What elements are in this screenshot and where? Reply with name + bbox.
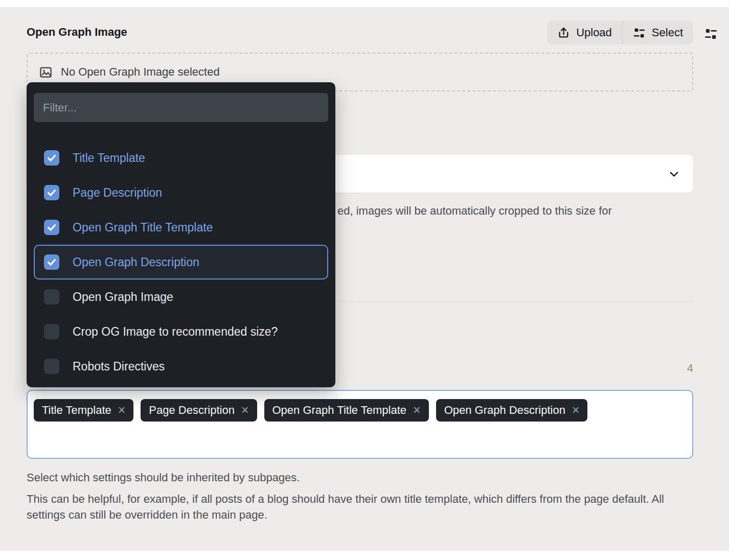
- settings-dropdown: Title TemplatePage DescriptionOpen Graph…: [27, 82, 335, 387]
- dropdown-option-label: Open Graph Image: [73, 290, 173, 304]
- dropdown-option[interactable]: Crop OG Image to recommended size?: [34, 314, 328, 349]
- og-image-actions: Upload Select: [547, 21, 693, 44]
- tag-remove-icon[interactable]: ×: [241, 404, 249, 416]
- help-paragraph: Select which settings should be inherite…: [27, 470, 691, 485]
- tag-label: Title Template: [42, 404, 111, 417]
- checkbox-checked-icon[interactable]: [44, 254, 59, 270]
- tag-pill: Title Template×: [34, 399, 133, 422]
- dropdown-option[interactable]: Page Description: [34, 175, 328, 210]
- help-paragraph: This can be helpful, for example, if all…: [27, 491, 691, 523]
- dropdown-option-label: Open Graph Description: [73, 255, 199, 269]
- dropdown-option[interactable]: Open Graph Image: [34, 279, 328, 314]
- inherit-help-text: Select which settings should be inherite…: [27, 470, 691, 523]
- image-icon: [39, 65, 53, 79]
- checkbox-unchecked-icon[interactable]: [44, 289, 59, 305]
- settings-page: Open Graph Image Upload Select: [0, 0, 729, 560]
- dropdown-options: Title TemplatePage DescriptionOpen Graph…: [27, 141, 335, 384]
- field-checklist-icon[interactable]: [704, 27, 718, 41]
- crop-help-text-partial: ed, images will be automatically cropped…: [337, 204, 695, 218]
- select-button-label: Select: [652, 26, 683, 39]
- upload-icon: [557, 27, 570, 39]
- tag-label: Open Graph Description: [444, 404, 565, 417]
- dropdown-option-label: Open Graph Title Template: [73, 221, 213, 235]
- dropdown-option[interactable]: Title Template: [34, 141, 328, 175]
- checkbox-unchecked-icon[interactable]: [44, 359, 59, 374]
- checklist-icon: [633, 27, 646, 39]
- checkbox-checked-icon[interactable]: [44, 150, 59, 166]
- chevron-down-icon: [667, 167, 681, 181]
- filter-input[interactable]: [34, 93, 328, 122]
- tag-remove-icon[interactable]: ×: [413, 404, 421, 416]
- tag-pill: Page Description×: [141, 399, 257, 422]
- upload-button[interactable]: Upload: [547, 21, 622, 44]
- dropdown-option-label: Title Template: [73, 151, 145, 165]
- dropdown-option-label: Page Description: [73, 186, 162, 200]
- inherit-settings-field[interactable]: Title Template×Page Description×Open Gra…: [27, 390, 693, 459]
- dropdown-option-label: Robots Directives: [73, 360, 165, 374]
- select-button[interactable]: Select: [623, 21, 693, 44]
- tag-pill: Open Graph Title Template×: [264, 399, 429, 422]
- dropdown-option[interactable]: Open Graph Description: [34, 245, 328, 279]
- og-image-placeholder-text: No Open Graph Image selected: [61, 65, 220, 79]
- upload-button-label: Upload: [576, 26, 612, 39]
- tag-remove-icon[interactable]: ×: [572, 404, 580, 416]
- tag-label: Open Graph Title Template: [272, 404, 407, 417]
- dropdown-option[interactable]: Robots Directives: [34, 349, 328, 384]
- checkbox-checked-icon[interactable]: [44, 220, 59, 235]
- checkbox-unchecked-icon[interactable]: [44, 324, 59, 339]
- checkbox-checked-icon[interactable]: [44, 185, 59, 200]
- og-image-field-label: Open Graph Image: [27, 26, 127, 39]
- dropdown-option-label: Crop OG Image to recommended size?: [73, 325, 278, 339]
- tag-pill: Open Graph Description×: [436, 399, 588, 422]
- tag-label: Page Description: [149, 404, 235, 417]
- dropdown-option[interactable]: Open Graph Title Template: [34, 210, 328, 245]
- tag-remove-icon[interactable]: ×: [118, 404, 126, 416]
